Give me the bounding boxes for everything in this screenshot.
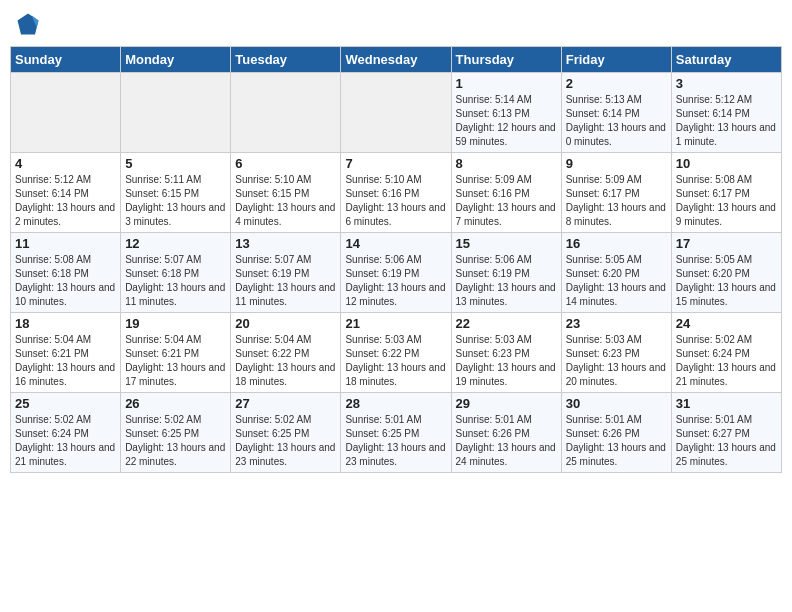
day-info: Sunrise: 5:04 AM Sunset: 6:21 PM Dayligh… <box>125 333 226 389</box>
day-cell: 19Sunrise: 5:04 AM Sunset: 6:21 PM Dayli… <box>121 313 231 393</box>
day-cell: 1Sunrise: 5:14 AM Sunset: 6:13 PM Daylig… <box>451 73 561 153</box>
day-number: 24 <box>676 316 777 331</box>
day-cell: 14Sunrise: 5:06 AM Sunset: 6:19 PM Dayli… <box>341 233 451 313</box>
col-header-tuesday: Tuesday <box>231 47 341 73</box>
day-info: Sunrise: 5:03 AM Sunset: 6:23 PM Dayligh… <box>456 333 557 389</box>
day-cell: 24Sunrise: 5:02 AM Sunset: 6:24 PM Dayli… <box>671 313 781 393</box>
day-info: Sunrise: 5:01 AM Sunset: 6:26 PM Dayligh… <box>456 413 557 469</box>
day-number: 6 <box>235 156 336 171</box>
day-number: 31 <box>676 396 777 411</box>
logo <box>14 10 46 38</box>
day-info: Sunrise: 5:03 AM Sunset: 6:23 PM Dayligh… <box>566 333 667 389</box>
day-info: Sunrise: 5:09 AM Sunset: 6:17 PM Dayligh… <box>566 173 667 229</box>
day-info: Sunrise: 5:01 AM Sunset: 6:27 PM Dayligh… <box>676 413 777 469</box>
day-number: 2 <box>566 76 667 91</box>
day-number: 19 <box>125 316 226 331</box>
calendar-table: SundayMondayTuesdayWednesdayThursdayFrid… <box>10 46 782 473</box>
day-cell <box>341 73 451 153</box>
day-info: Sunrise: 5:02 AM Sunset: 6:25 PM Dayligh… <box>235 413 336 469</box>
day-cell: 20Sunrise: 5:04 AM Sunset: 6:22 PM Dayli… <box>231 313 341 393</box>
day-number: 3 <box>676 76 777 91</box>
day-number: 25 <box>15 396 116 411</box>
day-info: Sunrise: 5:03 AM Sunset: 6:22 PM Dayligh… <box>345 333 446 389</box>
day-cell: 7Sunrise: 5:10 AM Sunset: 6:16 PM Daylig… <box>341 153 451 233</box>
week-row-5: 25Sunrise: 5:02 AM Sunset: 6:24 PM Dayli… <box>11 393 782 473</box>
day-number: 20 <box>235 316 336 331</box>
day-cell: 4Sunrise: 5:12 AM Sunset: 6:14 PM Daylig… <box>11 153 121 233</box>
day-number: 17 <box>676 236 777 251</box>
day-cell: 23Sunrise: 5:03 AM Sunset: 6:23 PM Dayli… <box>561 313 671 393</box>
day-info: Sunrise: 5:08 AM Sunset: 6:17 PM Dayligh… <box>676 173 777 229</box>
day-cell: 21Sunrise: 5:03 AM Sunset: 6:22 PM Dayli… <box>341 313 451 393</box>
day-info: Sunrise: 5:06 AM Sunset: 6:19 PM Dayligh… <box>456 253 557 309</box>
day-cell: 8Sunrise: 5:09 AM Sunset: 6:16 PM Daylig… <box>451 153 561 233</box>
day-number: 23 <box>566 316 667 331</box>
col-header-wednesday: Wednesday <box>341 47 451 73</box>
day-info: Sunrise: 5:12 AM Sunset: 6:14 PM Dayligh… <box>676 93 777 149</box>
page-header <box>10 10 782 38</box>
day-info: Sunrise: 5:06 AM Sunset: 6:19 PM Dayligh… <box>345 253 446 309</box>
day-cell: 18Sunrise: 5:04 AM Sunset: 6:21 PM Dayli… <box>11 313 121 393</box>
week-row-4: 18Sunrise: 5:04 AM Sunset: 6:21 PM Dayli… <box>11 313 782 393</box>
day-number: 15 <box>456 236 557 251</box>
week-row-1: 1Sunrise: 5:14 AM Sunset: 6:13 PM Daylig… <box>11 73 782 153</box>
day-cell: 2Sunrise: 5:13 AM Sunset: 6:14 PM Daylig… <box>561 73 671 153</box>
day-number: 10 <box>676 156 777 171</box>
day-cell: 27Sunrise: 5:02 AM Sunset: 6:25 PM Dayli… <box>231 393 341 473</box>
col-header-saturday: Saturday <box>671 47 781 73</box>
day-info: Sunrise: 5:02 AM Sunset: 6:25 PM Dayligh… <box>125 413 226 469</box>
week-row-3: 11Sunrise: 5:08 AM Sunset: 6:18 PM Dayli… <box>11 233 782 313</box>
day-number: 5 <box>125 156 226 171</box>
day-cell: 13Sunrise: 5:07 AM Sunset: 6:19 PM Dayli… <box>231 233 341 313</box>
day-number: 1 <box>456 76 557 91</box>
day-number: 14 <box>345 236 446 251</box>
day-number: 21 <box>345 316 446 331</box>
day-cell: 11Sunrise: 5:08 AM Sunset: 6:18 PM Dayli… <box>11 233 121 313</box>
week-row-2: 4Sunrise: 5:12 AM Sunset: 6:14 PM Daylig… <box>11 153 782 233</box>
day-info: Sunrise: 5:01 AM Sunset: 6:26 PM Dayligh… <box>566 413 667 469</box>
col-header-friday: Friday <box>561 47 671 73</box>
day-cell: 9Sunrise: 5:09 AM Sunset: 6:17 PM Daylig… <box>561 153 671 233</box>
day-cell: 6Sunrise: 5:10 AM Sunset: 6:15 PM Daylig… <box>231 153 341 233</box>
day-cell: 25Sunrise: 5:02 AM Sunset: 6:24 PM Dayli… <box>11 393 121 473</box>
day-number: 18 <box>15 316 116 331</box>
day-info: Sunrise: 5:08 AM Sunset: 6:18 PM Dayligh… <box>15 253 116 309</box>
day-info: Sunrise: 5:10 AM Sunset: 6:15 PM Dayligh… <box>235 173 336 229</box>
day-info: Sunrise: 5:07 AM Sunset: 6:19 PM Dayligh… <box>235 253 336 309</box>
col-header-monday: Monday <box>121 47 231 73</box>
day-number: 16 <box>566 236 667 251</box>
day-info: Sunrise: 5:07 AM Sunset: 6:18 PM Dayligh… <box>125 253 226 309</box>
day-cell <box>121 73 231 153</box>
day-number: 4 <box>15 156 116 171</box>
day-number: 22 <box>456 316 557 331</box>
day-number: 7 <box>345 156 446 171</box>
day-number: 26 <box>125 396 226 411</box>
day-info: Sunrise: 5:04 AM Sunset: 6:22 PM Dayligh… <box>235 333 336 389</box>
day-info: Sunrise: 5:05 AM Sunset: 6:20 PM Dayligh… <box>676 253 777 309</box>
day-info: Sunrise: 5:01 AM Sunset: 6:25 PM Dayligh… <box>345 413 446 469</box>
day-cell: 16Sunrise: 5:05 AM Sunset: 6:20 PM Dayli… <box>561 233 671 313</box>
col-header-thursday: Thursday <box>451 47 561 73</box>
day-cell <box>11 73 121 153</box>
day-cell: 5Sunrise: 5:11 AM Sunset: 6:15 PM Daylig… <box>121 153 231 233</box>
day-number: 30 <box>566 396 667 411</box>
day-cell: 22Sunrise: 5:03 AM Sunset: 6:23 PM Dayli… <box>451 313 561 393</box>
day-cell: 31Sunrise: 5:01 AM Sunset: 6:27 PM Dayli… <box>671 393 781 473</box>
day-info: Sunrise: 5:02 AM Sunset: 6:24 PM Dayligh… <box>15 413 116 469</box>
day-cell <box>231 73 341 153</box>
calendar-header-row: SundayMondayTuesdayWednesdayThursdayFrid… <box>11 47 782 73</box>
day-cell: 3Sunrise: 5:12 AM Sunset: 6:14 PM Daylig… <box>671 73 781 153</box>
day-info: Sunrise: 5:09 AM Sunset: 6:16 PM Dayligh… <box>456 173 557 229</box>
day-number: 11 <box>15 236 116 251</box>
day-info: Sunrise: 5:14 AM Sunset: 6:13 PM Dayligh… <box>456 93 557 149</box>
day-cell: 10Sunrise: 5:08 AM Sunset: 6:17 PM Dayli… <box>671 153 781 233</box>
day-info: Sunrise: 5:04 AM Sunset: 6:21 PM Dayligh… <box>15 333 116 389</box>
day-number: 29 <box>456 396 557 411</box>
logo-icon <box>14 10 42 38</box>
day-info: Sunrise: 5:05 AM Sunset: 6:20 PM Dayligh… <box>566 253 667 309</box>
day-number: 28 <box>345 396 446 411</box>
day-number: 9 <box>566 156 667 171</box>
col-header-sunday: Sunday <box>11 47 121 73</box>
day-cell: 17Sunrise: 5:05 AM Sunset: 6:20 PM Dayli… <box>671 233 781 313</box>
day-info: Sunrise: 5:10 AM Sunset: 6:16 PM Dayligh… <box>345 173 446 229</box>
